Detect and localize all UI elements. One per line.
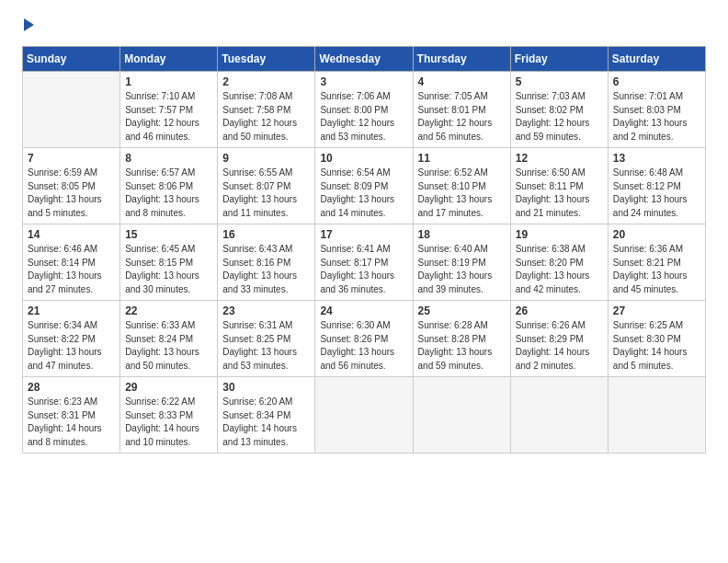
calendar-cell: 8Sunrise: 6:57 AM Sunset: 8:06 PM Daylig…	[120, 148, 218, 224]
day-content: Sunrise: 6:48 AM Sunset: 8:12 PM Dayligh…	[613, 167, 700, 220]
day-header-saturday: Saturday	[608, 47, 705, 72]
calendar-cell: 5Sunrise: 7:03 AM Sunset: 8:02 PM Daylig…	[510, 72, 608, 148]
day-content: Sunrise: 6:23 AM Sunset: 8:31 PM Dayligh…	[28, 396, 115, 449]
header	[22, 18, 706, 31]
calendar-cell: 11Sunrise: 6:52 AM Sunset: 8:10 PM Dayli…	[413, 148, 510, 224]
calendar-cell: 26Sunrise: 6:26 AM Sunset: 8:29 PM Dayli…	[510, 301, 608, 377]
day-content: Sunrise: 6:34 AM Sunset: 8:22 PM Dayligh…	[28, 319, 115, 373]
calendar-cell: 25Sunrise: 6:28 AM Sunset: 8:28 PM Dayli…	[413, 301, 510, 377]
calendar-cell: 17Sunrise: 6:41 AM Sunset: 8:17 PM Dayli…	[315, 224, 413, 301]
calendar-cell	[315, 377, 413, 454]
day-content: Sunrise: 6:22 AM Sunset: 8:33 PM Dayligh…	[125, 396, 212, 449]
calendar-cell: 14Sunrise: 6:46 AM Sunset: 8:14 PM Dayli…	[23, 224, 120, 301]
day-content: Sunrise: 6:43 AM Sunset: 8:16 PM Dayligh…	[222, 243, 310, 296]
day-number: 25	[418, 304, 506, 317]
page: SundayMondayTuesdayWednesdayThursdayFrid…	[0, 0, 728, 472]
day-number: 13	[613, 152, 700, 165]
day-content: Sunrise: 6:57 AM Sunset: 8:06 PM Dayligh…	[125, 167, 212, 220]
day-content: Sunrise: 6:31 AM Sunset: 8:25 PM Dayligh…	[222, 319, 310, 373]
day-number: 1	[125, 75, 212, 88]
calendar-cell: 16Sunrise: 6:43 AM Sunset: 8:16 PM Dayli…	[218, 224, 315, 301]
day-number: 29	[125, 381, 212, 394]
day-header-thursday: Thursday	[413, 47, 510, 72]
calendar-cell	[510, 377, 608, 454]
calendar-cell: 7Sunrise: 6:59 AM Sunset: 8:05 PM Daylig…	[23, 148, 120, 224]
day-number: 12	[516, 152, 603, 165]
day-content: Sunrise: 7:03 AM Sunset: 8:02 PM Dayligh…	[516, 90, 603, 144]
day-number: 30	[222, 381, 310, 394]
day-content: Sunrise: 6:40 AM Sunset: 8:19 PM Dayligh…	[418, 243, 506, 296]
day-number: 7	[28, 152, 115, 165]
day-number: 18	[418, 228, 506, 241]
calendar-cell: 20Sunrise: 6:36 AM Sunset: 8:21 PM Dayli…	[608, 224, 705, 301]
calendar-cell: 13Sunrise: 6:48 AM Sunset: 8:12 PM Dayli…	[608, 148, 705, 224]
day-content: Sunrise: 6:46 AM Sunset: 8:14 PM Dayligh…	[28, 243, 115, 296]
header-row: SundayMondayTuesdayWednesdayThursdayFrid…	[23, 47, 706, 72]
day-number: 15	[125, 228, 212, 241]
day-number: 4	[418, 75, 506, 88]
calendar-cell: 6Sunrise: 7:01 AM Sunset: 8:03 PM Daylig…	[608, 72, 705, 148]
calendar-cell: 30Sunrise: 6:20 AM Sunset: 8:34 PM Dayli…	[218, 377, 315, 454]
day-number: 19	[516, 228, 603, 241]
day-header-tuesday: Tuesday	[218, 47, 315, 72]
calendar-cell	[413, 377, 510, 454]
day-content: Sunrise: 6:45 AM Sunset: 8:15 PM Dayligh…	[125, 243, 212, 296]
calendar-cell: 19Sunrise: 6:38 AM Sunset: 8:20 PM Dayli…	[510, 224, 608, 301]
calendar-cell: 29Sunrise: 6:22 AM Sunset: 8:33 PM Dayli…	[120, 377, 218, 454]
day-content: Sunrise: 6:50 AM Sunset: 8:11 PM Dayligh…	[516, 167, 603, 220]
day-number: 23	[222, 304, 310, 317]
calendar-cell: 1Sunrise: 7:10 AM Sunset: 7:57 PM Daylig…	[120, 72, 218, 148]
day-content: Sunrise: 7:01 AM Sunset: 8:03 PM Dayligh…	[613, 90, 700, 144]
week-row-2: 7Sunrise: 6:59 AM Sunset: 8:05 PM Daylig…	[23, 148, 706, 224]
day-content: Sunrise: 6:33 AM Sunset: 8:24 PM Dayligh…	[125, 319, 212, 373]
day-number: 24	[320, 304, 407, 317]
day-content: Sunrise: 6:54 AM Sunset: 8:09 PM Dayligh…	[320, 167, 407, 220]
calendar-cell: 10Sunrise: 6:54 AM Sunset: 8:09 PM Dayli…	[315, 148, 413, 224]
week-row-1: 1Sunrise: 7:10 AM Sunset: 7:57 PM Daylig…	[23, 72, 706, 148]
day-content: Sunrise: 6:25 AM Sunset: 8:30 PM Dayligh…	[613, 319, 700, 373]
calendar-table: SundayMondayTuesdayWednesdayThursdayFrid…	[22, 46, 706, 454]
day-number: 16	[222, 228, 310, 241]
logo-arrow-icon	[24, 18, 34, 31]
day-content: Sunrise: 6:26 AM Sunset: 8:29 PM Dayligh…	[516, 319, 603, 373]
day-number: 17	[320, 228, 407, 241]
calendar-cell: 9Sunrise: 6:55 AM Sunset: 8:07 PM Daylig…	[218, 148, 315, 224]
calendar-cell: 2Sunrise: 7:08 AM Sunset: 7:58 PM Daylig…	[218, 72, 315, 148]
week-row-5: 28Sunrise: 6:23 AM Sunset: 8:31 PM Dayli…	[23, 377, 706, 454]
day-number: 20	[613, 228, 700, 241]
calendar-cell: 28Sunrise: 6:23 AM Sunset: 8:31 PM Dayli…	[23, 377, 120, 454]
day-number: 26	[516, 304, 603, 317]
day-number: 27	[613, 304, 700, 317]
day-number: 9	[222, 152, 310, 165]
day-number: 14	[28, 228, 115, 241]
day-content: Sunrise: 6:38 AM Sunset: 8:20 PM Dayligh…	[516, 243, 603, 296]
calendar-cell	[23, 72, 120, 148]
day-content: Sunrise: 7:10 AM Sunset: 7:57 PM Dayligh…	[125, 90, 212, 144]
calendar-cell: 3Sunrise: 7:06 AM Sunset: 8:00 PM Daylig…	[315, 72, 413, 148]
day-content: Sunrise: 6:52 AM Sunset: 8:10 PM Dayligh…	[418, 167, 506, 220]
day-number: 28	[28, 381, 115, 394]
day-content: Sunrise: 7:08 AM Sunset: 7:58 PM Dayligh…	[222, 90, 310, 144]
day-content: Sunrise: 6:20 AM Sunset: 8:34 PM Dayligh…	[222, 396, 310, 449]
day-header-wednesday: Wednesday	[315, 47, 413, 72]
day-number: 21	[28, 304, 115, 317]
day-content: Sunrise: 7:05 AM Sunset: 8:01 PM Dayligh…	[418, 90, 506, 144]
calendar-cell: 15Sunrise: 6:45 AM Sunset: 8:15 PM Dayli…	[120, 224, 218, 301]
day-header-monday: Monday	[120, 47, 218, 72]
day-content: Sunrise: 6:41 AM Sunset: 8:17 PM Dayligh…	[320, 243, 407, 296]
calendar-cell: 4Sunrise: 7:05 AM Sunset: 8:01 PM Daylig…	[413, 72, 510, 148]
day-header-sunday: Sunday	[23, 47, 120, 72]
day-number: 22	[125, 304, 212, 317]
calendar-cell: 21Sunrise: 6:34 AM Sunset: 8:22 PM Dayli…	[23, 301, 120, 377]
calendar-cell: 23Sunrise: 6:31 AM Sunset: 8:25 PM Dayli…	[218, 301, 315, 377]
calendar-cell: 27Sunrise: 6:25 AM Sunset: 8:30 PM Dayli…	[608, 301, 705, 377]
day-number: 6	[613, 75, 700, 88]
week-row-4: 21Sunrise: 6:34 AM Sunset: 8:22 PM Dayli…	[23, 301, 706, 377]
day-number: 10	[320, 152, 407, 165]
calendar-cell	[608, 377, 705, 454]
day-number: 11	[418, 152, 506, 165]
day-number: 5	[516, 75, 603, 88]
calendar-cell: 18Sunrise: 6:40 AM Sunset: 8:19 PM Dayli…	[413, 224, 510, 301]
day-number: 3	[320, 75, 407, 88]
calendar-cell: 22Sunrise: 6:33 AM Sunset: 8:24 PM Dayli…	[120, 301, 218, 377]
